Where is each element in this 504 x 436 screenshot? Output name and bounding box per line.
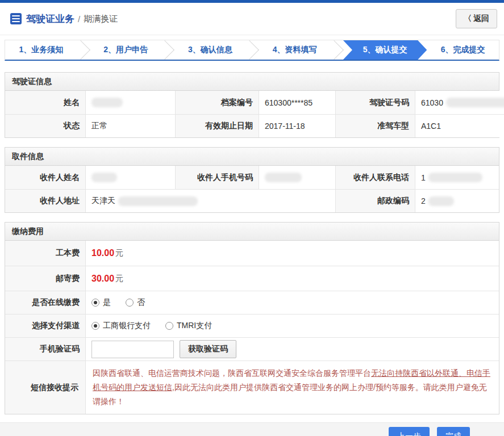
payment-channel-options: 工商银行支付 TMRI支付	[85, 314, 499, 337]
radio-checked-icon[interactable]	[91, 322, 99, 330]
online-payment-label: 是否在线缴费	[5, 291, 85, 314]
step-separator-icon	[331, 40, 343, 60]
step-separator-icon	[77, 40, 90, 60]
redacted-recipient-address	[118, 196, 198, 206]
radio-unchecked-icon[interactable]	[165, 322, 173, 330]
step-separator-icon	[246, 40, 259, 60]
step-2-user-declaration[interactable]: 2、用户申告	[90, 40, 162, 60]
file-number-value: 610300****85	[259, 91, 335, 114]
name-label: 姓名	[5, 91, 85, 114]
breadcrumb-separator: /	[78, 14, 80, 24]
name-value	[85, 91, 175, 114]
previous-step-button[interactable]: 上一步	[389, 427, 430, 436]
redacted-license-number	[446, 98, 504, 107]
sms-code-input[interactable]	[91, 341, 174, 358]
status-label: 状态	[5, 114, 85, 137]
payment-section-title: 缴纳费用	[5, 223, 499, 241]
breadcrumb-current: 期满换证	[84, 14, 118, 24]
business-list-icon	[10, 13, 22, 24]
redacted-recipient-phone	[428, 173, 482, 182]
online-yes-label: 是	[103, 297, 111, 308]
back-button-label: 返回	[473, 14, 489, 24]
postcode-label: 邮政编码	[335, 189, 415, 212]
status-value: 正常	[85, 114, 175, 137]
recipient-mobile-value	[259, 166, 335, 189]
sms-code-row: 获取验证码	[85, 337, 499, 360]
postage-fee-value: 30.00元	[85, 266, 499, 291]
channel-tmri-option[interactable]: TMRI支付	[165, 321, 212, 331]
radio-unchecked-icon[interactable]	[126, 299, 134, 307]
card-fee-value: 10.00元	[85, 241, 499, 266]
redacted-recipient-name	[91, 173, 117, 182]
file-number-label: 档案编号	[175, 91, 259, 114]
payment-section: 缴纳费用 工本费 10.00元 邮寄费 30.00元 是否在线缴费 是 否 选择…	[5, 222, 499, 414]
online-no-label: 否	[137, 297, 145, 308]
sms-notice-text: 因陕西省联通、电信运营商技术问题，陕西省互联网交通安全综合服务管理平台无法向持陕…	[85, 360, 499, 414]
redacted-recipient-mobile	[265, 173, 302, 182]
license-info-section: 驾驶证信息 姓名 档案编号 610300****85 驾驶证号码 61030 状…	[5, 72, 499, 138]
radio-checked-icon[interactable]	[91, 299, 99, 307]
recipient-mobile-label: 收件人手机号码	[175, 166, 259, 189]
sms-code-label: 手机验证码	[5, 337, 85, 360]
expiry-date-label: 有效期止日期	[175, 114, 259, 137]
payment-channel-label: 选择支付渠道	[5, 314, 85, 337]
back-chevron-icon: 〈	[464, 14, 472, 24]
step-3-confirm-info[interactable]: 3、确认信息	[174, 40, 246, 60]
recipient-phone-label: 收件人联系电话	[335, 166, 415, 189]
page-title: 驾驶证业务	[26, 12, 74, 26]
redacted-postcode	[428, 196, 454, 206]
recipient-name-value	[85, 166, 175, 189]
postcode-value: 2	[415, 189, 499, 212]
page-header: 驾驶证业务 / 期满换证 〈 返回	[0, 3, 504, 35]
card-fee-label: 工本费	[5, 241, 85, 266]
redacted-name	[91, 98, 123, 107]
pickup-section-title: 取件信息	[5, 148, 499, 166]
recipient-name-label: 收件人姓名	[5, 166, 85, 189]
online-yes-option[interactable]: 是	[91, 297, 111, 308]
postage-fee-label: 邮寄费	[5, 266, 85, 291]
license-section-title: 驾驶证信息	[5, 73, 499, 91]
step-wizard: 1、业务须知 2、用户申告 3、确认信息 4、资料填写 5、确认提交 6、完成提…	[5, 40, 499, 61]
expiry-date-value: 2017-11-18	[259, 114, 335, 137]
footer-action-bar: 上一步 完成	[0, 422, 504, 436]
channel-icbc-label: 工商银行支付	[103, 321, 151, 331]
sms-notice-label: 短信接收提示	[5, 360, 85, 414]
back-button[interactable]: 〈 返回	[456, 9, 497, 28]
step-separator-icon	[161, 40, 174, 60]
online-payment-options: 是 否	[85, 291, 499, 314]
finish-button[interactable]: 完成	[437, 427, 470, 436]
step-6-complete-submit[interactable]: 6、完成提交	[427, 40, 499, 60]
vehicle-class-value: A1C1	[415, 114, 504, 137]
pickup-info-section: 取件信息 收件人姓名 收件人手机号码 收件人联系电话 1 收件人地址 天津天 邮…	[5, 147, 499, 213]
step-5-confirm-submit-active[interactable]: 5、确认提交	[343, 40, 427, 60]
recipient-phone-value: 1	[415, 166, 499, 189]
channel-icbc-option[interactable]: 工商银行支付	[91, 321, 151, 331]
step-4-fill-data[interactable]: 4、资料填写	[259, 40, 331, 60]
recipient-address-value: 天津天	[85, 189, 335, 212]
channel-tmri-label: TMRI支付	[177, 321, 212, 331]
get-code-button[interactable]: 获取验证码	[180, 340, 236, 358]
license-number-label: 驾驶证号码	[335, 91, 415, 114]
license-number-value: 61030	[415, 91, 504, 114]
vehicle-class-label: 准驾车型	[335, 114, 415, 137]
recipient-address-label: 收件人地址	[5, 189, 85, 212]
step-1-business-notice[interactable]: 1、业务须知	[5, 40, 77, 60]
online-no-option[interactable]: 否	[126, 297, 145, 308]
